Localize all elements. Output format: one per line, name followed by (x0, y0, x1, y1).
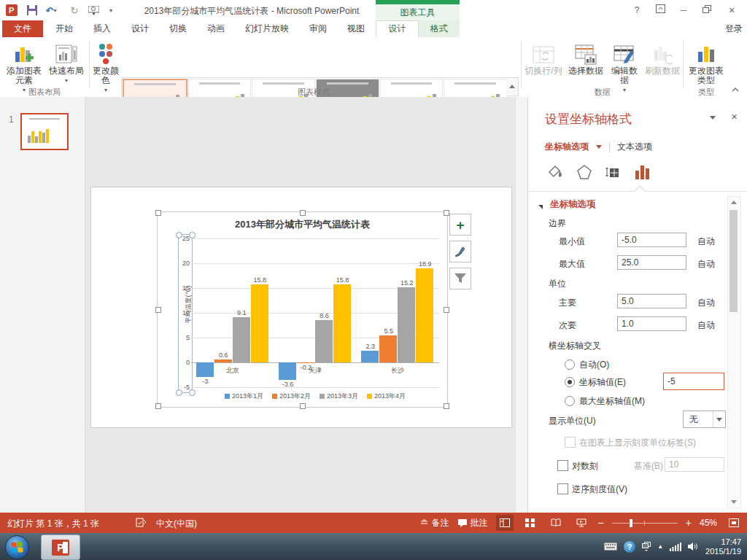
resize-handle[interactable] (155, 403, 161, 409)
pane-close-icon[interactable]: × (731, 110, 738, 122)
reverse-order-label[interactable]: 逆序刻度值(V) (572, 483, 627, 496)
start-slideshow-icon[interactable] (86, 4, 101, 17)
normal-view-button[interactable] (496, 515, 514, 531)
gallery-up-button[interactable] (506, 78, 518, 96)
size-properties-icon[interactable] (603, 161, 624, 183)
bar-北京-2013年4月[interactable] (251, 284, 268, 362)
zoom-slider-thumb[interactable] (630, 519, 632, 527)
tab-设计[interactable]: 设计 (121, 20, 159, 37)
reading-view-button[interactable] (547, 515, 565, 531)
chart-legend[interactable]: 2013年1月2013年2月2013年3月2013年4月 (191, 392, 439, 401)
radio-automatic[interactable] (565, 359, 575, 370)
volume-icon[interactable] (688, 542, 699, 551)
tab-视图[interactable]: 视图 (337, 20, 375, 37)
display-switch-icon[interactable] (642, 542, 651, 552)
axis-handle[interactable] (189, 232, 196, 238)
scrollbar-thumb[interactable] (729, 210, 738, 312)
bar-长沙-2013年1月[interactable] (361, 351, 379, 362)
zoom-in-button[interactable]: + (686, 517, 692, 529)
chart-filters-button[interactable] (449, 268, 471, 289)
chart-title[interactable]: 2013年部分城市平均气温统计表 (158, 218, 447, 231)
pane-scrollbar[interactable] (727, 196, 741, 508)
tab-开始[interactable]: 开始 (45, 20, 83, 37)
resize-handle[interactable] (444, 403, 449, 409)
bar-天津-2013年1月[interactable] (279, 362, 296, 380)
select-data-button[interactable]: 选择数据 (566, 40, 605, 76)
display-units-dropdown[interactable]: 无 (683, 411, 726, 428)
taskbar-powerpoint-button[interactable]: P (41, 534, 80, 560)
resize-handle[interactable] (300, 403, 306, 409)
bar-北京-2013年2月[interactable] (214, 359, 232, 362)
minor-auto-button[interactable]: 自动 (697, 319, 715, 332)
restore-icon[interactable] (699, 4, 715, 16)
bar-长沙-2013年3月[interactable] (398, 287, 415, 362)
tab-插入[interactable]: 插入 (83, 20, 121, 37)
change-chart-type-button[interactable]: 更改图表类型 (686, 40, 727, 85)
chart-elements-button[interactable]: + (449, 214, 471, 236)
notes-button[interactable]: 备注 (419, 517, 449, 529)
resize-handle[interactable] (444, 307, 449, 313)
resize-handle[interactable] (300, 210, 306, 216)
radio-max-axis-value-label[interactable]: 最大坐标轴值(M) (579, 395, 645, 408)
bar-北京-2013年1月[interactable] (196, 362, 214, 377)
legend-item[interactable]: 2013年2月 (272, 392, 311, 401)
zoom-out-button[interactable]: − (598, 517, 604, 529)
language-indicator[interactable]: 中文(中国) (156, 518, 197, 530)
tab-审阅[interactable]: 审阅 (299, 20, 337, 37)
bar-天津-2013年4月[interactable] (333, 284, 351, 362)
collapse-ribbon-icon[interactable] (731, 82, 740, 96)
chart-styles-button[interactable] (449, 241, 471, 262)
save-icon[interactable] (25, 4, 39, 17)
minimize-icon[interactable]: ─ (676, 4, 692, 16)
scroll-down-icon[interactable] (731, 500, 737, 504)
bar-长沙-2013年4月[interactable] (416, 268, 433, 362)
contextual-tab-设计[interactable]: 设计 (376, 20, 419, 37)
bar-北京-2013年3月[interactable] (233, 317, 250, 362)
axis-value-input[interactable] (663, 373, 724, 390)
tab-axis-options[interactable]: 坐标轴选项 (545, 141, 589, 153)
legend-item[interactable]: 2013年4月 (367, 392, 406, 401)
scroll-up-icon[interactable] (731, 201, 737, 204)
reverse-order-checkbox[interactable] (557, 483, 568, 494)
comments-button[interactable]: 批注 (457, 517, 488, 529)
bar-天津-2013年2月[interactable] (297, 362, 314, 363)
taskbar-clock[interactable]: 17:47 2015/1/19 (705, 537, 744, 556)
effects-icon[interactable] (573, 161, 595, 183)
axis-options-icon[interactable] (632, 161, 654, 183)
redo-icon[interactable]: ↻ (67, 4, 82, 17)
change-colors-button[interactable]: 更改颜色▾ (92, 40, 120, 95)
axis-options-section-label[interactable]: 坐标轴选项 (550, 198, 596, 211)
maximum-auto-button[interactable]: 自动 (697, 258, 715, 271)
help-tray-icon[interactable]: ? (624, 541, 635, 553)
tab-幻灯片放映[interactable]: 幻灯片放映 (235, 20, 299, 37)
slideshow-view-button[interactable] (573, 515, 590, 531)
close-icon[interactable]: × (724, 4, 740, 16)
minor-unit-input[interactable] (617, 316, 686, 331)
keyboard-icon[interactable] (604, 542, 617, 551)
radio-axis-value-label[interactable]: 坐标轴值(E) (579, 376, 626, 389)
major-auto-button[interactable]: 自动 (697, 297, 715, 309)
log-scale-checkbox[interactable] (557, 460, 568, 471)
slide-sorter-view-button[interactable] (522, 515, 539, 531)
tab-file[interactable]: 文件 (2, 20, 43, 37)
contextual-tab-格式[interactable]: 格式 (419, 20, 460, 37)
editor-scrollbar[interactable] (515, 97, 528, 513)
legend-item[interactable]: 2013年3月 (320, 392, 358, 401)
slide-thumbnail[interactable] (20, 113, 69, 150)
section-expander-icon[interactable] (538, 199, 543, 212)
bar-天津-2013年3月[interactable] (315, 320, 333, 362)
fit-to-window-button[interactable] (725, 515, 743, 531)
tab-切换[interactable]: 切换 (159, 20, 197, 37)
spellcheck-icon[interactable] (136, 517, 147, 530)
resize-handle[interactable] (444, 210, 449, 216)
bar-长沙-2013年2月[interactable] (379, 335, 397, 362)
zoom-slider[interactable] (612, 523, 678, 524)
network-icon[interactable] (670, 542, 681, 551)
quick-layout-button[interactable]: 快速布局▾ (47, 40, 86, 85)
fill-line-icon[interactable] (544, 161, 566, 183)
major-unit-input[interactable] (617, 294, 686, 308)
slide-indicator[interactable]: 幻灯片 第 1 张，共 1 张 (7, 518, 99, 530)
log-scale-label[interactable]: 对数刻 (572, 460, 598, 472)
zoom-level[interactable]: 45% (700, 518, 717, 528)
sign-in-link[interactable]: 登录 (725, 23, 743, 35)
